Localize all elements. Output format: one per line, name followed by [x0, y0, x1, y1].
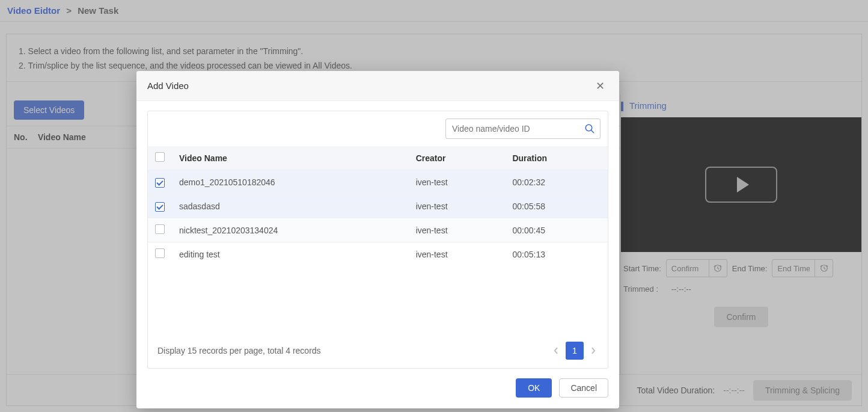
cell-duration: 00:05:13: [505, 242, 608, 266]
search-field: [445, 118, 601, 139]
cell-creator: iven-test: [409, 242, 506, 266]
table-row[interactable]: nicktest_20210203134024iven-test00:00:45: [148, 218, 608, 242]
cell-creator: iven-test: [409, 170, 506, 194]
pager-prev[interactable]: [551, 345, 561, 357]
column-video-name: Video Name: [172, 146, 409, 170]
row-checkbox[interactable]: [155, 248, 165, 258]
cell-creator: iven-test: [409, 194, 506, 218]
row-checkbox[interactable]: [155, 202, 165, 212]
add-video-modal: Add Video ✕: [136, 71, 619, 408]
cell-video-name: editing test: [172, 242, 409, 266]
table-row[interactable]: demo1_20210510182046iven-test00:02:32: [148, 170, 608, 194]
row-checkbox[interactable]: [155, 224, 165, 234]
check-icon: [156, 203, 163, 209]
check-icon: [156, 179, 163, 185]
pager-next[interactable]: [588, 345, 598, 357]
chevron-left-icon: [554, 347, 558, 354]
cell-video-name: nicktest_20210203134024: [172, 218, 409, 242]
select-all-checkbox[interactable]: [155, 152, 165, 162]
search-button[interactable]: [579, 123, 600, 134]
cell-video-name: sadasdasd: [172, 194, 409, 218]
search-icon: [584, 123, 595, 134]
search-input[interactable]: [446, 124, 579, 134]
ok-button[interactable]: OK: [516, 378, 552, 398]
cell-duration: 00:00:45: [505, 218, 608, 242]
cell-video-name: demo1_20210510182046: [172, 170, 409, 194]
video-table: Video Name Creator Duration demo1_202105…: [148, 146, 608, 266]
modal-close-button[interactable]: ✕: [592, 77, 608, 95]
column-creator: Creator: [409, 146, 506, 170]
cell-duration: 00:05:58: [505, 194, 608, 218]
column-duration: Duration: [505, 146, 608, 170]
records-info: Display 15 records per page, total 4 rec…: [157, 346, 321, 355]
row-checkbox[interactable]: [155, 178, 165, 188]
cell-creator: iven-test: [409, 218, 506, 242]
svg-line-3: [591, 130, 594, 133]
cell-duration: 00:02:32: [505, 170, 608, 194]
chevron-right-icon: [591, 347, 596, 354]
table-row[interactable]: editing testiven-test00:05:13: [148, 242, 608, 266]
table-row[interactable]: sadasdasdiven-test00:05:58: [148, 194, 608, 218]
cancel-button[interactable]: Cancel: [559, 378, 608, 398]
pager-page-current[interactable]: 1: [566, 342, 584, 360]
modal-title: Add Video: [147, 81, 189, 91]
close-icon: ✕: [596, 80, 605, 92]
pager: 1: [551, 342, 598, 360]
